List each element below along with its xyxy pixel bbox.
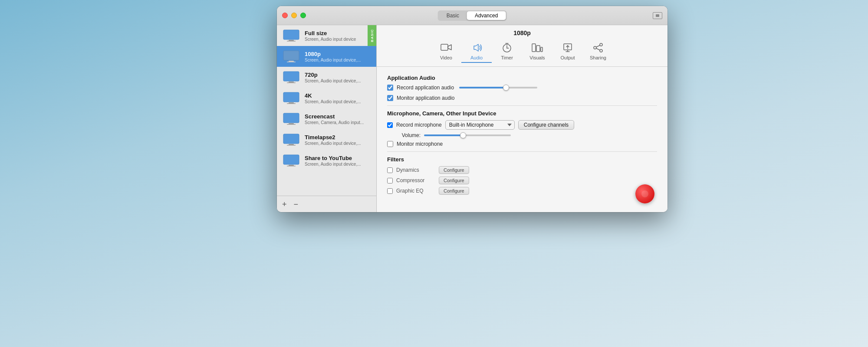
divider-1 <box>387 105 657 106</box>
microphone-select[interactable]: Built-in Microphone External Microphone … <box>445 120 515 130</box>
tab-visuals[interactable]: Visuals <box>522 40 552 63</box>
tab-audio[interactable]: Audio <box>461 40 492 63</box>
record-microphone-checkbox[interactable] <box>387 122 393 128</box>
compressor-label: Compressor <box>396 177 435 183</box>
graphic-eq-row: Graphic EQ Configure <box>387 187 657 195</box>
preset-list: Full size Screen, Audio input device BAS… <box>277 25 376 196</box>
monitor-app-audio-checkbox[interactable] <box>387 95 393 101</box>
tab-audio-label: Audio <box>470 55 483 60</box>
tab-output[interactable]: Output <box>552 40 583 63</box>
output-icon <box>562 42 574 54</box>
remove-preset-button[interactable]: − <box>294 200 299 208</box>
graphic-eq-checkbox[interactable] <box>387 188 393 194</box>
monitor-icon-screencast <box>282 112 300 126</box>
close-button[interactable] <box>282 13 288 18</box>
advanced-segment-button[interactable]: Advanced <box>467 11 506 20</box>
volume-slider[interactable] <box>424 134 511 136</box>
volume-row: Volume: <box>387 132 657 138</box>
svg-rect-14 <box>287 124 296 125</box>
add-preset-button[interactable]: + <box>282 200 287 208</box>
tab-output-label: Output <box>560 55 575 60</box>
preset-name-fullsize: Full size <box>305 30 371 36</box>
dynamics-configure-button[interactable]: Configure <box>439 166 469 174</box>
monitor-icon-fullsize <box>282 29 300 43</box>
tab-sharing-label: Sharing <box>590 55 606 60</box>
maximize-button[interactable] <box>300 13 306 18</box>
right-panel: 1080p Video <box>377 25 667 212</box>
audio-icon <box>470 42 483 54</box>
record-app-audio-row: Record application audio <box>387 85 657 91</box>
preset-text-fullsize: Full size Screen, Audio input device <box>305 30 371 42</box>
preset-desc-4k: Screen, Audio input device,... <box>305 99 365 104</box>
preset-desc-720p: Screen, Audio input device,... <box>305 79 365 83</box>
monitor-icon-720p <box>282 70 300 84</box>
svg-rect-27 <box>532 44 536 52</box>
audio-panel-content: Application Audio Record application aud… <box>377 67 667 212</box>
preset-item-fullsize[interactable]: Full size Screen, Audio input device BAS… <box>277 25 376 46</box>
dynamics-checkbox[interactable] <box>387 167 393 173</box>
segment-control: Basic Advanced <box>438 10 507 21</box>
tab-sharing[interactable]: Sharing <box>583 40 613 63</box>
svg-rect-17 <box>287 145 296 146</box>
filters-title: Filters <box>387 156 657 163</box>
title-bar: Basic Advanced <box>277 6 667 25</box>
svg-rect-5 <box>287 62 296 62</box>
record-microphone-label: Record microphone <box>396 122 442 128</box>
preset-item-1080p[interactable]: 1080p Screen, Audio input device,... <box>277 46 376 67</box>
preset-item-youtube[interactable]: Share to YouTube Screen, Audio input dev… <box>277 150 376 171</box>
minimize-button[interactable] <box>291 13 297 18</box>
sidebar-footer: + − <box>277 196 376 212</box>
svg-point-35 <box>594 46 596 49</box>
record-app-audio-checkbox[interactable] <box>387 85 393 91</box>
preset-item-720p[interactable]: 720p Screen, Audio input device,... <box>277 67 376 88</box>
sharing-icon <box>592 42 604 54</box>
preset-desc-screencast: Screen, Camera, Audio input... <box>305 120 365 125</box>
monitor-microphone-row: Monitor microphone <box>387 141 657 147</box>
preset-name-1080p: 1080p <box>305 51 371 57</box>
svg-rect-8 <box>287 82 296 83</box>
monitor-microphone-checkbox[interactable] <box>387 141 393 147</box>
basic-badge-text: BASIC <box>370 29 374 42</box>
tab-visuals-label: Visuals <box>529 55 545 60</box>
compressor-checkbox[interactable] <box>387 178 393 183</box>
preset-text-720p: 720p Screen, Audio input device,... <box>305 72 371 83</box>
svg-rect-3 <box>283 51 299 60</box>
traffic-lights <box>282 13 306 18</box>
preset-name-4k: 4K <box>305 92 371 99</box>
monitor-app-audio-label: Monitor application audio <box>397 95 454 101</box>
compressor-row: Compressor Configure <box>387 177 657 184</box>
preset-text-timelapse: Timelapse2 Screen, Audio input device,..… <box>305 134 371 146</box>
tab-bar: Video Audio <box>377 38 667 67</box>
tab-timer[interactable]: Timer <box>492 40 522 63</box>
svg-rect-0 <box>283 30 299 39</box>
compressor-configure-button[interactable]: Configure <box>439 177 469 184</box>
svg-point-36 <box>600 49 602 52</box>
fullscreen-icon[interactable] <box>653 12 662 19</box>
preset-text-screencast: Screencast Screen, Camera, Audio input..… <box>305 113 371 125</box>
tab-timer-label: Timer <box>501 55 513 60</box>
monitor-icon-4k <box>282 91 300 105</box>
record-button[interactable] <box>635 184 654 203</box>
preset-item-timelapse[interactable]: Timelapse2 Screen, Audio input device,..… <box>277 129 376 150</box>
basic-segment-button[interactable]: Basic <box>439 11 467 20</box>
monitor-icon-timelapse <box>282 133 300 147</box>
tab-video[interactable]: Video <box>431 40 461 63</box>
record-app-audio-label: Record application audio <box>397 85 454 91</box>
preset-item-4k[interactable]: 4K Screen, Audio input device,... <box>277 88 376 108</box>
sidebar: Full size Screen, Audio input device BAS… <box>277 25 377 212</box>
svg-rect-15 <box>283 134 299 144</box>
preset-name-youtube: Share to YouTube <box>305 155 371 161</box>
svg-rect-11 <box>287 103 296 104</box>
graphic-eq-configure-button[interactable]: Configure <box>439 187 469 195</box>
panel-title: 1080p <box>377 25 667 38</box>
svg-rect-2 <box>287 41 296 42</box>
svg-rect-20 <box>287 166 296 167</box>
preset-item-screencast[interactable]: Screencast Screen, Camera, Audio input..… <box>277 108 376 129</box>
svg-rect-6 <box>283 72 299 81</box>
configure-channels-button[interactable]: Configure channels <box>518 120 574 130</box>
app-window: Basic Advanced Full <box>277 6 667 212</box>
volume-label: Volume: <box>397 132 421 138</box>
preset-text-1080p: 1080p Screen, Audio input device,... <box>305 51 371 62</box>
timer-icon <box>501 42 513 54</box>
preset-desc-youtube: Screen, Audio input device,... <box>305 162 365 167</box>
